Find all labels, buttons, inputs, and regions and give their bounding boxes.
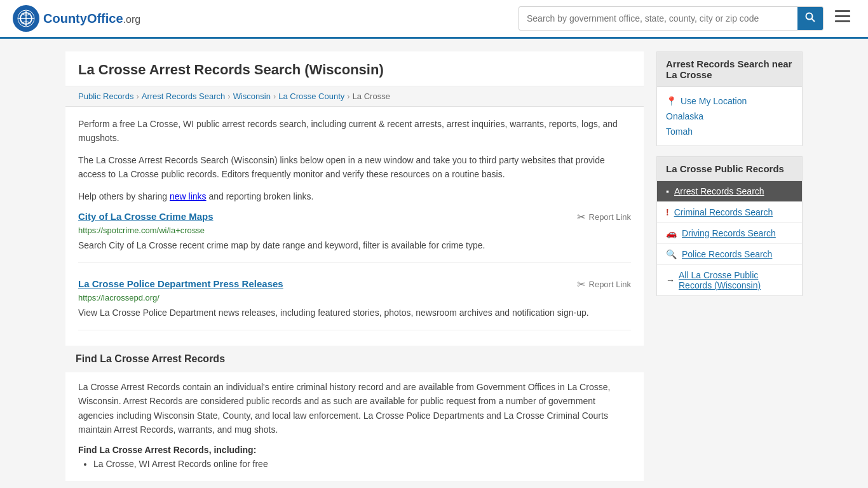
- result-url-1: https://spotcrime.com/wi/la+crosse: [78, 226, 631, 235]
- content-area: La Crosse Arrest Records Search (Wiscons…: [65, 51, 644, 481]
- find-heading: Find La Crosse Arrest Records: [76, 353, 634, 365]
- city-tomah-link[interactable]: Tomah: [666, 124, 793, 139]
- report-icon-2: ✂: [577, 278, 585, 290]
- breadcrumb-arrest-records-search[interactable]: Arrest Records Search: [142, 92, 226, 101]
- criminal-records-link[interactable]: Criminal Records Search: [674, 207, 773, 217]
- logo-text: CountyOffice.org: [43, 11, 140, 26]
- svg-rect-8: [835, 20, 850, 22]
- arrest-records-icon: ▪: [666, 186, 669, 196]
- sidebar-all-records[interactable]: → All La Crosse Public Records (Wisconsi…: [657, 265, 802, 295]
- svg-point-4: [806, 13, 813, 20]
- use-my-location-item[interactable]: 📍 Use My Location: [666, 93, 793, 109]
- sidebar-nav-police-records[interactable]: 🔍 Police Records Search: [657, 244, 802, 265]
- find-subtitle: Find La Crosse Arrest Records, including…: [78, 445, 631, 455]
- criminal-records-icon: !: [666, 207, 669, 217]
- intro-para-1: Perform a free La Crosse, WI public arre…: [78, 117, 631, 146]
- breadcrumb-la-crosse: La Crosse: [353, 92, 390, 101]
- sidebar-public-records-section: La Crosse Public Records ▪ Arrest Record…: [656, 156, 803, 296]
- list-item: La Crosse, WI Arrest Records online for …: [93, 459, 631, 469]
- result-desc-1: Search City of La Crosse recent crime ma…: [78, 239, 631, 252]
- breadcrumb-la-crosse-county[interactable]: La Crosse County: [278, 92, 344, 101]
- sidebar-nearby-section: Arrest Records Search near La Crosse 📍 U…: [656, 51, 803, 146]
- search-input[interactable]: [519, 8, 797, 29]
- search-bar: [519, 6, 824, 30]
- city-onalaska-link[interactable]: Onalaska: [666, 109, 793, 124]
- intro-para-3: Help others by sharing new links and rep…: [78, 189, 631, 203]
- sidebar-nearby-body: 📍 Use My Location Onalaska Tomah: [657, 87, 802, 146]
- result-url-2: https://lacrossepd.org/: [78, 293, 631, 302]
- main-container: La Crosse Arrest Records Search (Wiscons…: [53, 39, 815, 488]
- report-link-1[interactable]: ✂ Report Link: [577, 211, 631, 223]
- logo-icon: [13, 5, 39, 32]
- breadcrumb: Public Records › Arrest Records Search ›…: [65, 86, 644, 107]
- result-item: City of La Crosse Crime Maps ✂ Report Li…: [78, 211, 631, 263]
- find-list: La Crosse, WI Arrest Records online for …: [78, 459, 631, 469]
- sidebar-nav-arrest-records[interactable]: ▪ Arrest Records Search: [657, 181, 802, 202]
- driving-records-link[interactable]: Driving Records Search: [682, 228, 776, 238]
- result-title-2[interactable]: La Crosse Police Department Press Releas…: [78, 278, 283, 289]
- sidebar-nearby-header: Arrest Records Search near La Crosse: [657, 52, 802, 87]
- location-pin-icon: 📍: [666, 96, 677, 106]
- header-right: [519, 6, 855, 30]
- breadcrumb-public-records[interactable]: Public Records: [78, 92, 133, 101]
- result-desc-2: View La Crosse Police Department news re…: [78, 306, 631, 320]
- svg-line-5: [812, 19, 815, 22]
- page-title: La Crosse Arrest Records Search (Wiscons…: [65, 51, 644, 86]
- breadcrumb-wisconsin[interactable]: Wisconsin: [233, 92, 271, 101]
- result-item: La Crosse Police Department Press Releas…: [78, 278, 631, 330]
- find-section-para: La Crosse Arrest Records contain an indi…: [78, 380, 631, 437]
- svg-rect-6: [835, 10, 850, 12]
- new-links-link[interactable]: new links: [170, 191, 207, 201]
- arrest-records-link[interactable]: Arrest Records Search: [674, 186, 764, 196]
- logo-area: CountyOffice.org: [13, 5, 140, 32]
- intro-para-2: The La Crosse Arrest Records Search (Wis…: [78, 153, 631, 182]
- hamburger-button[interactable]: [830, 8, 855, 29]
- site-header: CountyOffice.org: [0, 0, 868, 39]
- use-my-location-link[interactable]: Use My Location: [681, 96, 747, 106]
- sidebar-nav-driving-records[interactable]: 🚗 Driving Records Search: [657, 223, 802, 244]
- report-icon-1: ✂: [577, 211, 585, 223]
- content-body: Perform a free La Crosse, WI public arre…: [65, 107, 644, 481]
- police-records-link[interactable]: Police Records Search: [682, 249, 772, 259]
- all-records-link[interactable]: All La Crosse Public Records (Wisconsin): [679, 270, 793, 290]
- svg-rect-7: [835, 15, 850, 17]
- police-records-icon: 🔍: [666, 249, 677, 259]
- sidebar: Arrest Records Search near La Crosse 📍 U…: [656, 51, 803, 481]
- result-title-1[interactable]: City of La Crosse Crime Maps: [78, 211, 214, 222]
- driving-records-icon: 🚗: [666, 228, 677, 238]
- arrow-right-icon: →: [666, 275, 675, 285]
- report-link-2[interactable]: ✂ Report Link: [577, 278, 631, 290]
- sidebar-public-records-header: La Crosse Public Records: [657, 157, 802, 181]
- sidebar-nav-criminal-records[interactable]: ! Criminal Records Search: [657, 202, 802, 223]
- search-button[interactable]: [797, 7, 823, 30]
- find-section-header: Find La Crosse Arrest Records: [65, 346, 644, 372]
